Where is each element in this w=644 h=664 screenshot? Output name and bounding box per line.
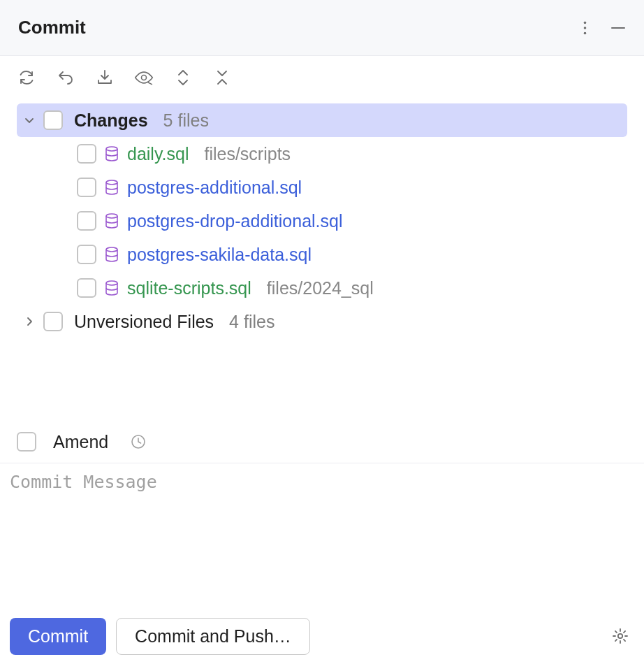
svg-point-4 [142,75,147,80]
file-checkbox[interactable] [77,144,96,164]
amend-checkbox[interactable] [17,432,36,452]
commit-button[interactable]: Commit [10,618,106,655]
file-name: sqlite-scripts.sql [127,278,251,298]
more-options-icon[interactable] [577,20,592,36]
file-path: files/2024_sql [267,278,374,298]
file-checkbox[interactable] [77,278,96,298]
commit-footer: Commit Commit and Push… [0,616,644,656]
file-checkbox[interactable] [77,178,96,197]
commit-and-push-button[interactable]: Commit and Push… [116,618,310,655]
refresh-icon[interactable] [17,68,36,87]
file-name: daily.sql [127,144,189,164]
file-checkbox[interactable] [77,245,96,264]
file-row[interactable]: sqlite-scripts.sql files/2024_sql [17,271,627,305]
commit-panel-header: Commit [0,0,644,56]
unversioned-group-row[interactable]: Unversioned Files 4 files [17,305,627,338]
svg-point-9 [106,281,117,285]
unversioned-group-label: Unversioned Files [74,312,214,332]
unversioned-group-count: 4 files [229,312,275,332]
file-row[interactable]: postgres-drop-additional.sql [17,204,627,238]
file-path: files/scripts [204,144,291,164]
chevron-down-icon[interactable] [22,113,36,127]
file-row[interactable]: postgres-sakila-data.sql [17,238,627,271]
amend-bar: Amend [0,424,644,460]
svg-point-1 [583,27,586,29]
svg-point-7 [106,214,117,218]
changes-group-checkbox[interactable] [43,110,63,130]
file-row[interactable]: postgres-additional.sql [17,171,627,204]
minimize-icon[interactable] [610,20,626,36]
file-name: postgres-sakila-data.sql [127,245,312,265]
database-icon [103,145,120,162]
svg-point-11 [618,634,622,638]
collapse-all-icon[interactable] [212,68,232,87]
database-icon [103,280,120,296]
database-icon [103,212,120,229]
history-icon[interactable] [129,433,147,451]
shelve-icon[interactable] [95,68,115,87]
chevron-right-icon[interactable] [22,315,36,329]
amend-label: Amend [53,432,108,452]
panel-title: Commit [18,17,86,38]
file-row[interactable]: daily.sql files/scripts [17,137,627,171]
show-diff-icon[interactable] [134,68,154,87]
expand-all-icon[interactable] [173,68,193,87]
svg-point-5 [106,147,117,151]
changes-group-row[interactable]: Changes 5 files [17,103,627,137]
database-icon [103,179,120,196]
commit-message-area [0,463,644,609]
file-name: postgres-drop-additional.sql [127,211,343,231]
changes-tree: Changes 5 files daily.sql files/scripts … [0,99,644,338]
svg-point-6 [106,180,117,185]
svg-point-8 [106,247,117,252]
gear-icon[interactable] [610,626,630,646]
svg-point-2 [583,31,586,34]
database-icon [103,246,120,263]
unversioned-group-checkbox[interactable] [43,312,63,331]
changes-group-count: 5 files [163,110,209,131]
file-checkbox[interactable] [77,211,96,231]
commit-toolbar [0,56,644,99]
svg-point-0 [583,21,586,24]
file-name: postgres-additional.sql [127,178,302,198]
commit-message-input[interactable] [10,472,634,598]
changes-group-label: Changes [74,110,148,131]
rollback-icon[interactable] [56,68,75,87]
